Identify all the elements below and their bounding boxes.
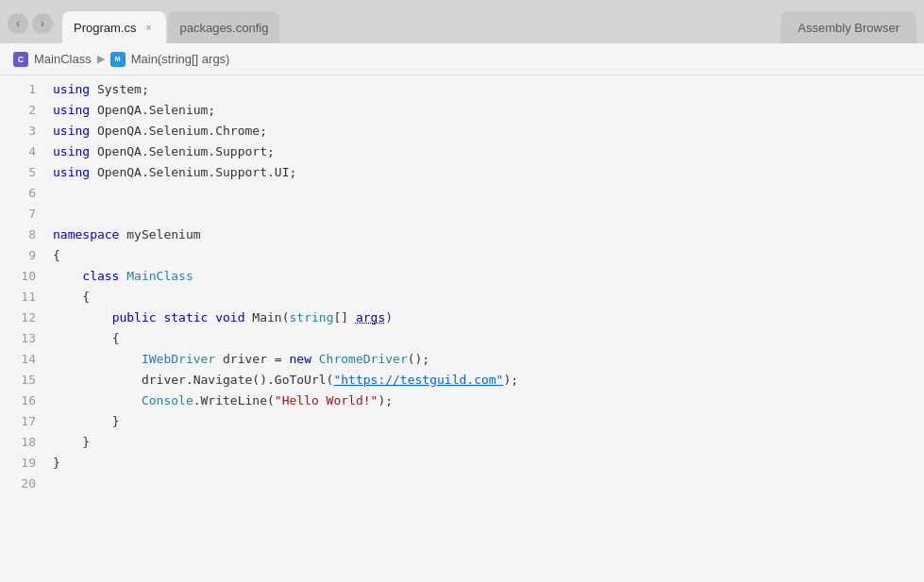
code-line — [53, 204, 924, 224]
code-line — [53, 183, 924, 204]
tab-program-cs[interactable]: Program.cs × — [62, 11, 166, 43]
code-line: Console.WriteLine("Hello World!"); — [53, 391, 924, 411]
tab-label: Assembly Browser — [798, 21, 899, 35]
code-line: } — [53, 432, 924, 453]
tab-bar: ‹ › Program.cs × packages.config Assembl… — [0, 0, 924, 43]
tab-label: Program.cs — [74, 21, 136, 35]
code-line: namespace mySelenium — [53, 224, 924, 245]
code-line: { — [53, 328, 924, 349]
forward-button[interactable]: › — [32, 13, 53, 34]
tab-label: packages.config — [179, 21, 268, 35]
code-line: { — [53, 287, 924, 308]
code-line — [53, 474, 924, 494]
code-line: public static void Main(string[] args) — [53, 308, 924, 328]
code-line: class MainClass — [53, 266, 924, 287]
code-line: { — [53, 245, 924, 266]
line-numbers: 1234567891011121314151617181920 — [0, 75, 49, 582]
class-icon: C — [13, 52, 28, 67]
tab-close-button[interactable]: × — [142, 21, 155, 34]
code-line: } — [53, 453, 924, 474]
code-content[interactable]: using System;using OpenQA.Selenium;using… — [49, 75, 924, 582]
code-line: IWebDriver driver = new ChromeDriver(); — [53, 349, 924, 370]
code-line: } — [53, 411, 924, 432]
code-line: using System; — [53, 79, 924, 100]
breadcrumb: C MainClass ▶ M Main(string[] args) — [0, 43, 924, 75]
code-line: driver.Navigate().GoToUrl("https://testg… — [53, 370, 924, 391]
code-line: using OpenQA.Selenium.Support.UI; — [53, 162, 924, 183]
nav-buttons: ‹ › — [8, 13, 53, 34]
back-button[interactable]: ‹ — [8, 13, 28, 34]
method-icon: M — [110, 52, 126, 67]
editor-area: 1234567891011121314151617181920 using Sy… — [0, 75, 924, 582]
code-line: using OpenQA.Selenium; — [53, 100, 924, 121]
code-line: using OpenQA.Selenium.Support; — [53, 141, 924, 162]
code-line: using OpenQA.Selenium.Chrome; — [53, 121, 924, 141]
breadcrumb-class[interactable]: MainClass — [34, 52, 92, 66]
breadcrumb-method[interactable]: Main(string[] args) — [131, 52, 230, 66]
tab-assembly-browser[interactable]: Assembly Browser — [781, 11, 916, 43]
breadcrumb-arrow: ▶ — [97, 53, 105, 65]
tab-packages-config[interactable]: packages.config — [168, 11, 279, 43]
